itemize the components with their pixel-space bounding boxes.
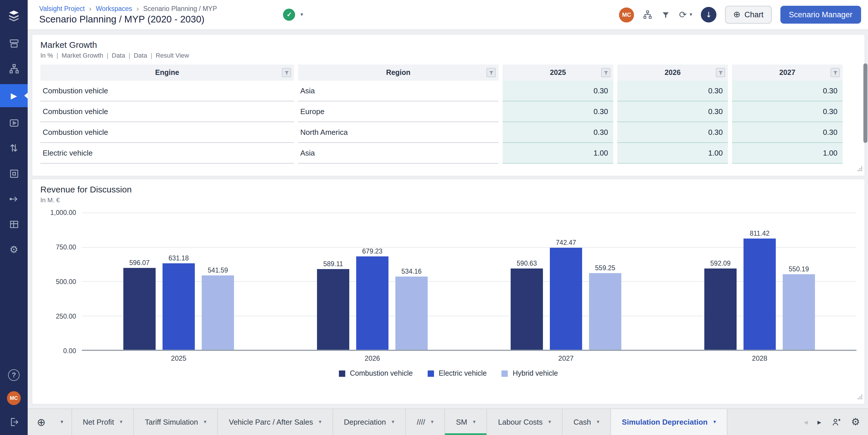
- chevron-down-icon[interactable]: ▾: [473, 420, 475, 425]
- bar-wrap: 559.25: [589, 213, 621, 350]
- tab-labour-costs[interactable]: Labour Costs▾: [487, 409, 562, 435]
- bar-wrap: 590.63: [510, 213, 543, 350]
- header-hierarchy-icon[interactable]: [643, 10, 652, 20]
- chevron-down-icon[interactable]: ▾: [319, 420, 321, 425]
- import-export-icon[interactable]: ⇅: [0, 138, 28, 158]
- bar-wrap: 596.07: [123, 213, 156, 350]
- canvas-icon[interactable]: [0, 164, 28, 183]
- tab-label: Simulation Depreciation: [622, 418, 708, 426]
- legend-item[interactable]: Hybrid vehicle: [502, 369, 558, 377]
- add-tab-caret-icon[interactable]: ▾: [53, 409, 72, 435]
- column-filter-icon[interactable]: [282, 68, 291, 77]
- chart-button[interactable]: ⊕ Chart: [725, 6, 771, 24]
- help-icon[interactable]: ?: [8, 369, 20, 381]
- vertical-scrollbar[interactable]: [863, 63, 867, 143]
- column-filter-icon[interactable]: [601, 68, 610, 77]
- cell-value[interactable]: 1.00: [617, 143, 728, 164]
- column-header-2027: 2027: [732, 65, 843, 81]
- status-caret-icon[interactable]: ▾: [301, 12, 303, 17]
- cell-value[interactable]: 0.30: [617, 101, 728, 122]
- bar: [744, 239, 776, 350]
- refresh-icon[interactable]: ⟳: [679, 10, 687, 19]
- resize-grip[interactable]: [857, 164, 863, 174]
- bar: [162, 263, 195, 350]
- tabs-scroll-left-icon[interactable]: ◂: [804, 418, 807, 426]
- breadcrumb-item[interactable]: Workspaces: [96, 5, 132, 12]
- cell-value[interactable]: 0.30: [503, 101, 613, 122]
- cell-value[interactable]: 0.30: [617, 122, 728, 143]
- user-switch-icon[interactable]: [831, 417, 841, 427]
- cell-value[interactable]: 0.30: [732, 101, 843, 122]
- status-check-icon[interactable]: ✓: [283, 9, 296, 21]
- market-growth-title: Market Growth: [40, 39, 857, 51]
- page-title: Scenario Planning / MYP (2020 - 2030): [39, 13, 217, 25]
- revenue-subtitle: In M. €: [40, 195, 60, 205]
- table-icon[interactable]: [0, 214, 28, 234]
- tab-vehicle-parc-after-sales[interactable]: Vehicle Parc / After Sales▾: [218, 409, 333, 435]
- tab-tariff-simulation[interactable]: Tariff Simulation▾: [134, 409, 218, 435]
- chevron-down-icon[interactable]: ▾: [431, 420, 433, 425]
- model-hierarchy-icon[interactable]: [0, 59, 28, 79]
- header-avatar[interactable]: MC: [619, 7, 634, 22]
- breadcrumb-item[interactable]: Valsight Project: [39, 5, 85, 12]
- tab-simulation-depreciation[interactable]: Simulation Depreciation▾: [611, 409, 727, 435]
- subtitle-part: Market Growth: [62, 51, 103, 60]
- market-growth-table: EngineRegion202520262027Combustion vehic…: [40, 65, 857, 164]
- sidebar-avatar[interactable]: MC: [7, 391, 21, 405]
- chevron-down-icon[interactable]: ▾: [392, 420, 394, 425]
- legend-item[interactable]: Combustion vehicle: [339, 369, 413, 377]
- column-filter-icon[interactable]: [716, 68, 725, 77]
- bar: [317, 269, 349, 350]
- cell-value[interactable]: 0.30: [503, 81, 613, 101]
- column-header-label: Engine: [155, 68, 179, 76]
- logout-icon[interactable]: [7, 415, 21, 428]
- cell-value[interactable]: 1.00: [503, 143, 613, 164]
- bar-value-label: 742.47: [556, 239, 576, 246]
- app-window: ▶ ⇅ ⚙ ? MC: [0, 0, 868, 435]
- bar-wrap: 679.23: [356, 213, 389, 350]
- archive-icon[interactable]: [0, 33, 28, 53]
- chevron-down-icon[interactable]: ▾: [597, 420, 599, 425]
- cell-value[interactable]: 0.30: [617, 81, 728, 101]
- tab-depreciation[interactable]: Depreciation▾: [333, 409, 406, 435]
- refresh-caret-icon[interactable]: ▾: [690, 12, 692, 17]
- active-notch: [24, 93, 28, 98]
- settings-gear-icon[interactable]: ⚙: [0, 240, 28, 259]
- tabs-scroll-right-icon[interactable]: ▸: [817, 418, 821, 426]
- chevron-down-icon[interactable]: ▾: [713, 420, 716, 425]
- presentation-play-icon[interactable]: [0, 113, 28, 132]
- tab-net-profit[interactable]: Net Profit▾: [72, 409, 134, 435]
- cell-value[interactable]: 0.30: [732, 122, 843, 143]
- column-filter-icon[interactable]: [487, 68, 496, 77]
- chevron-down-icon[interactable]: ▾: [120, 420, 122, 425]
- tab-slashes[interactable]: ////▾: [406, 409, 445, 435]
- tab-sm[interactable]: SM▾: [445, 409, 487, 435]
- flow-icon[interactable]: [0, 189, 28, 209]
- download-icon[interactable]: ↓: [701, 7, 716, 23]
- cell-value[interactable]: 1.00: [732, 143, 843, 164]
- legend-item[interactable]: Electric vehicle: [428, 369, 487, 377]
- bar: [123, 268, 156, 350]
- resize-grip[interactable]: [857, 392, 863, 402]
- subtitle-separator: |: [150, 51, 152, 60]
- tab-label: ////: [417, 418, 425, 426]
- subtitle-separator: |: [106, 51, 108, 60]
- y-tick-label: 750.00: [56, 244, 76, 251]
- chevron-down-icon[interactable]: ▾: [549, 420, 551, 425]
- cell-value[interactable]: 0.30: [503, 122, 613, 143]
- column-filter-icon[interactable]: [831, 68, 840, 77]
- chevron-down-icon[interactable]: ▾: [204, 420, 206, 425]
- cell-engine: Combustion vehicle: [40, 122, 294, 143]
- filter-icon[interactable]: [661, 10, 670, 19]
- tab-cash[interactable]: Cash▾: [562, 409, 611, 435]
- sidebar-item-workspace-active[interactable]: ▶: [0, 84, 28, 107]
- bar-settings-gear-icon[interactable]: ⚙: [851, 417, 860, 427]
- scenario-manager-button[interactable]: Scenario Manager: [780, 6, 861, 24]
- cell-value[interactable]: 0.30: [732, 81, 843, 101]
- add-tab-button[interactable]: ⊕: [28, 409, 53, 435]
- tab-label: Depreciation: [344, 418, 386, 426]
- bar-wrap: 742.47: [550, 213, 582, 350]
- valsight-logo-icon[interactable]: [0, 6, 28, 25]
- column-header-engine: Engine: [40, 65, 294, 81]
- revenue-title: Revenue for Discussion: [40, 184, 857, 195]
